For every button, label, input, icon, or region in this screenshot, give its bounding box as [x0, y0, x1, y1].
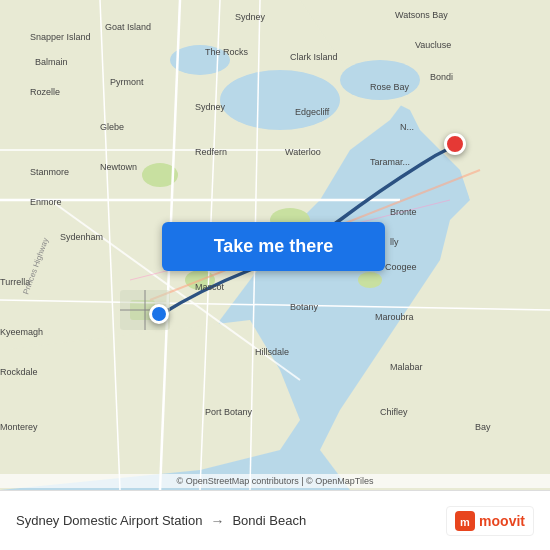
- svg-text:Malabar: Malabar: [390, 362, 423, 372]
- svg-text:Pyrmont: Pyrmont: [110, 77, 144, 87]
- svg-text:Maroubra: Maroubra: [375, 312, 414, 322]
- svg-point-5: [220, 70, 340, 130]
- destination-pin: [444, 133, 466, 155]
- svg-text:lly: lly: [390, 237, 399, 247]
- svg-text:Newtown: Newtown: [100, 162, 137, 172]
- svg-text:Snapper Island: Snapper Island: [30, 32, 91, 42]
- svg-text:Coogee: Coogee: [385, 262, 417, 272]
- svg-point-10: [358, 272, 382, 288]
- route-info: Sydney Domestic Airport Station → Bondi …: [16, 513, 446, 529]
- svg-text:Port Botany: Port Botany: [205, 407, 253, 417]
- svg-text:Kyeemagh: Kyeemagh: [0, 327, 43, 337]
- svg-text:Bronte: Bronte: [390, 207, 417, 217]
- svg-text:Balmain: Balmain: [35, 57, 68, 67]
- svg-text:Rozelle: Rozelle: [30, 87, 60, 97]
- svg-text:Clark Island: Clark Island: [290, 52, 338, 62]
- svg-text:N...: N...: [400, 122, 414, 132]
- svg-text:Taramar...: Taramar...: [370, 157, 410, 167]
- bottom-bar: Sydney Domestic Airport Station → Bondi …: [0, 490, 550, 550]
- svg-text:Rockdale: Rockdale: [0, 367, 38, 377]
- destination-marker: [444, 133, 466, 155]
- svg-text:Mascot: Mascot: [195, 282, 225, 292]
- svg-text:Botany: Botany: [290, 302, 319, 312]
- map-attribution: © OpenStreetMap contributors | © OpenMap…: [0, 474, 550, 488]
- origin-label: Sydney Domestic Airport Station: [16, 513, 202, 528]
- svg-text:Waterloo: Waterloo: [285, 147, 321, 157]
- svg-text:Goat Island: Goat Island: [105, 22, 151, 32]
- svg-text:Enmore: Enmore: [30, 197, 62, 207]
- svg-text:Redfern: Redfern: [195, 147, 227, 157]
- moovit-text: moovit: [479, 513, 525, 529]
- svg-text:Bondi: Bondi: [430, 72, 453, 82]
- moovit-icon: m: [455, 511, 475, 531]
- map-container: Snapper Island Goat Island Sydney Watson…: [0, 0, 550, 490]
- route-arrow: →: [210, 513, 224, 529]
- svg-point-6: [340, 60, 420, 100]
- svg-text:Bay: Bay: [475, 422, 491, 432]
- destination-label: Bondi Beach: [232, 513, 306, 528]
- svg-text:m: m: [460, 516, 470, 528]
- svg-text:Sydney: Sydney: [195, 102, 226, 112]
- svg-text:Stanmore: Stanmore: [30, 167, 69, 177]
- svg-text:Vaucluse: Vaucluse: [415, 40, 451, 50]
- svg-text:Monterey: Monterey: [0, 422, 38, 432]
- take-me-there-button[interactable]: Take me there: [162, 222, 385, 271]
- origin-marker: [149, 304, 169, 324]
- svg-text:Sydenham: Sydenham: [60, 232, 103, 242]
- svg-text:Watsons Bay: Watsons Bay: [395, 10, 448, 20]
- svg-text:Rose Bay: Rose Bay: [370, 82, 410, 92]
- svg-text:Hillsdale: Hillsdale: [255, 347, 289, 357]
- svg-text:Chifley: Chifley: [380, 407, 408, 417]
- moovit-logo: m moovit: [446, 506, 534, 536]
- svg-text:Glebe: Glebe: [100, 122, 124, 132]
- svg-text:Edgecliff: Edgecliff: [295, 107, 330, 117]
- svg-text:Sydney: Sydney: [235, 12, 266, 22]
- svg-text:The Rocks: The Rocks: [205, 47, 249, 57]
